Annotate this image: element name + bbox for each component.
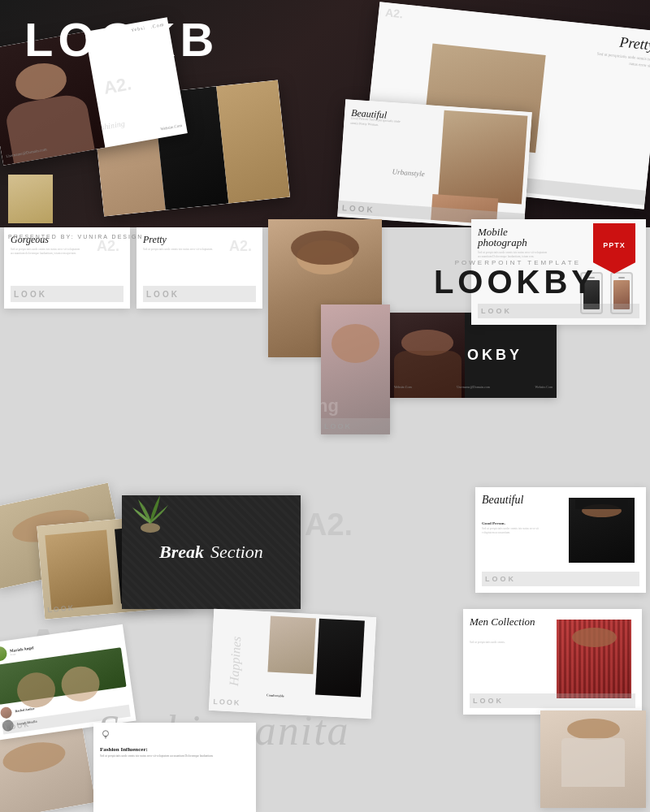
happines-title: Happines: [228, 636, 245, 686]
profile-photo-2: [0, 706, 12, 719]
svg-point-0: [141, 523, 160, 533]
left-model-slide: LOOK ng: [321, 304, 390, 434]
beautiful-photo: [438, 110, 528, 205]
fashion-inner: Fashion Influencer: Sed ut perspiciatis …: [100, 729, 249, 806]
pretty-slide: Pretty A2. Sed ut perspiciatis unde omni…: [136, 227, 262, 309]
svg-point-1: [103, 731, 109, 736]
happines-photo-2: [315, 619, 365, 698]
dark-website2: Website.Com: [535, 377, 552, 391]
model-hair: [291, 231, 359, 266]
beautiful-bottom-look: LOOK: [485, 575, 516, 583]
rotated-2-look-text: LOOK: [47, 603, 76, 614]
right-body: [561, 738, 625, 787]
dark-website1: Website.Com: [394, 377, 412, 391]
top-blond-photo: [8, 175, 53, 223]
beautiful-slide-inner: Beautiful Good Person: Sed ut perspiciat…: [337, 99, 532, 227]
men-collection-card: Men Collection Sed ut perspiciatis unde …: [463, 609, 642, 715]
dark-username-text: Username@Domain.com: [457, 385, 490, 389]
main-title-area: LOOKBY: [434, 264, 597, 300]
mariah-look: LOOK: [5, 721, 31, 732]
header-lookby-text: LOOKB: [24, 16, 219, 63]
couple-face-1: [15, 670, 58, 704]
gorgeous-inner: Gorgeous A2. Sed ut perspiciatis unde om…: [11, 234, 124, 302]
pretty-slide-look: LOOK: [146, 290, 180, 299]
bottom-model-face: [1, 738, 68, 777]
portrait-3: [216, 80, 290, 203]
mobile-look: LOOK: [481, 307, 512, 315]
page-wrapper: LOOKB Website.Com Username@Domain.com We…: [0, 0, 650, 812]
ng-watermark: ng: [321, 395, 339, 417]
happines-inner: Happines Comfortable LOOK: [209, 609, 376, 719]
bottom-right-model: [540, 710, 646, 808]
pretty-a2-text: A2.: [384, 6, 403, 20]
beautiful-look-label: LOOK: [342, 203, 376, 214]
pretty-slide-look-strip: LOOK: [143, 286, 256, 302]
dark-username: Username@Domain.com: [457, 377, 490, 391]
plant-decoration: [126, 479, 175, 536]
bottom-right-photo: [540, 710, 646, 808]
pretty-slide-a2: A2.: [229, 238, 252, 255]
beautiful-bottom-inner: Beautiful Good Person. Sed ut perspiciat…: [482, 494, 639, 586]
fashion-body: Sed ut perspiciatis unde omnis iste natu…: [100, 754, 249, 758]
men-face: [572, 628, 617, 647]
pretty-title-area: Pretty Sed ut perspiciatis unde omnis is…: [587, 31, 650, 69]
lookby-dark-slide: LOOKBY Website.Com Username@Domain.com W…: [390, 313, 557, 398]
slide1-website2: Website.Com: [160, 123, 182, 132]
top-collage-section: LOOKB Website.Com Username@Domain.com We…: [0, 0, 650, 227]
pretty-slide-body: Sed ut perspiciatis unde omnis iste natu…: [143, 248, 216, 252]
happines-card: Happines Comfortable LOOK: [209, 609, 376, 719]
men-body: Sed ut perspiciatis unde omnis.: [470, 641, 535, 645]
beautiful-photo-dark: [569, 498, 635, 563]
happines-look-text: LOOK: [213, 698, 240, 707]
fashion-card: Fashion Influencer: Sed ut perspiciatis …: [93, 723, 256, 812]
beautiful-body: Good Person: Sed ut perspiciatis unde om…: [350, 116, 408, 130]
slide1-shining: shining: [101, 119, 126, 132]
mobile-look-strip: LOOK: [478, 304, 639, 318]
presented-by-area: PRESENTED BY: VUNIRA DESIGN: [8, 227, 143, 242]
lightbulb-icon-area: [100, 729, 249, 744]
break-a2-watermark: A2.: [305, 508, 353, 542]
happines-photo-1: [267, 616, 316, 675]
pretty-a2: A2.: [384, 5, 404, 21]
hat-brim: [575, 499, 628, 509]
dark-website1-text: Website.Com: [394, 385, 412, 389]
right-face: [567, 719, 620, 740]
top-slide-beautiful: Beautiful Good Person: Sed ut perspiciat…: [337, 99, 532, 227]
left-model-face: [332, 324, 380, 363]
beautiful-bottom-look-strip: LOOK: [482, 572, 639, 586]
gorgeous-look-strip: LOOK: [11, 286, 124, 302]
left-model-look: LOOK: [324, 422, 352, 430]
men-inner: Men Collection Sed ut perspiciatis unde …: [470, 615, 635, 708]
break-a2-text: A2.: [305, 508, 353, 542]
profile-info-1: Mariah Angel Foote: [10, 646, 35, 656]
gorgeous-look: LOOK: [14, 290, 47, 299]
men-look: LOOK: [473, 697, 504, 705]
break-bold: Break: [159, 542, 204, 562]
beautiful-bottom-card: Beautiful Good Person. Sed ut perspiciat…: [475, 487, 646, 593]
rotated-2-look: LOOK: [46, 598, 75, 615]
dark-website2-text: Website.Com: [535, 385, 552, 389]
lookby-dark-inner: LOOKBY Website.Com Username@Domain.com W…: [390, 313, 557, 398]
slide1-a2: A2.: [102, 73, 132, 99]
fashion-title: Fashion Influencer:: [100, 746, 249, 753]
happines-subtitle: Comfortable: [266, 693, 284, 698]
break-text-area: Break Section: [159, 542, 263, 563]
profile-photo-1: [0, 646, 8, 662]
lightbulb-icon: [100, 729, 111, 741]
left-model-look-strip: LOOK: [321, 418, 390, 434]
urbanstyle-label: Urbanstyle: [392, 167, 425, 178]
pptx-label: PPTX: [603, 241, 626, 249]
main-lookby-header: LOOKB: [24, 16, 219, 63]
men-photo: [557, 620, 631, 698]
portrait-left: [45, 529, 112, 609]
pretty-inner: Pretty A2. Sed ut perspiciatis unde omni…: [143, 234, 256, 302]
mariah-name-2: Rachel Antine: [15, 706, 35, 713]
plant-svg: [126, 479, 175, 536]
beautiful-body: Sed ut perspiciatis under omnis iste nat…: [482, 527, 547, 536]
gorgeous-body: Sed ut perspiciatis unde omnis iste natu…: [11, 248, 84, 257]
main-lookby-title: LOOKBY: [434, 264, 597, 300]
break-section-label: Section: [210, 542, 263, 562]
men-look-strip: LOOK: [470, 693, 635, 708]
blond-portrait: [8, 175, 53, 223]
presented-by-text: PRESENTED BY: VUNIRA DESIGN: [8, 234, 143, 240]
